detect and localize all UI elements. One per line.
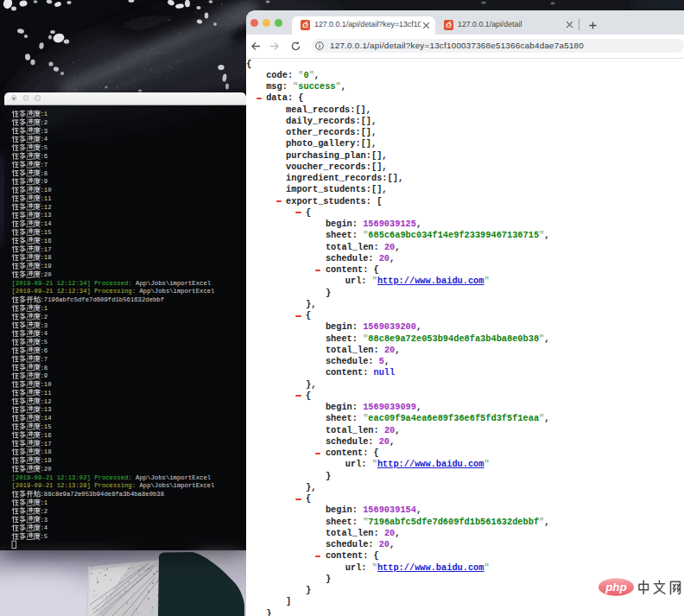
svg-text::5: :5	[41, 339, 48, 346]
svg-text:php: php	[605, 581, 627, 594]
svg-text::4: :4	[41, 137, 48, 143]
svg-text::20: :20	[41, 466, 52, 473]
svg-text::14: :14	[41, 415, 52, 422]
svg-text::15: :15	[41, 229, 52, 236]
svg-text::12: :12	[41, 398, 52, 405]
svg-text::2: :2	[41, 508, 48, 515]
svg-text:[2019-09-21 12:13:02] Processe: [2019-09-21 12:13:02] Processed: App\Job…	[12, 474, 212, 481]
svg-text::1: :1	[41, 111, 48, 117]
svg-text::18: :18	[41, 448, 52, 455]
svg-text::20: :20	[41, 271, 52, 278]
svg-text::17: :17	[41, 441, 52, 448]
svg-text::9: :9	[41, 372, 48, 379]
svg-text::18: :18	[41, 255, 52, 262]
svg-text::5: :5	[41, 533, 48, 540]
svg-text::11: :11	[41, 390, 52, 397]
svg-text::3: :3	[41, 517, 48, 524]
svg-text::8: :8	[41, 365, 48, 372]
svg-text::5: :5	[41, 144, 48, 151]
svg-text::19: :19	[41, 457, 52, 464]
svg-text:[2019-09-21 12:13:28] Processi: [2019-09-21 12:13:28] Processing: App\Jo…	[12, 483, 215, 490]
svg-text::17: :17	[41, 246, 52, 253]
svg-text::14: :14	[41, 220, 52, 227]
svg-text::2: :2	[41, 119, 48, 126]
svg-text::6: :6	[41, 347, 48, 354]
svg-text::16: :16	[41, 432, 52, 439]
svg-text::10: :10	[41, 381, 52, 388]
svg-text::13: :13	[41, 407, 52, 414]
svg-text::4: :4	[41, 525, 48, 532]
svg-text::7: :7	[41, 356, 48, 363]
svg-text::1: :1	[41, 305, 48, 312]
svg-text::3: :3	[41, 128, 48, 135]
svg-text::12: :12	[41, 204, 52, 211]
svg-text::9: :9	[41, 179, 48, 186]
svg-text::7196abfc5dfe7d609fd1b561632de: :7196abfc5dfe7d609fd1b561632debbf	[41, 296, 165, 303]
svg-text::15: :15	[41, 423, 52, 430]
svg-text::19: :19	[41, 263, 52, 270]
svg-text::13: :13	[41, 213, 52, 219]
svg-text::4: :4	[41, 331, 48, 338]
svg-text::1: :1	[41, 499, 48, 506]
svg-text::16: :16	[41, 238, 52, 244]
svg-text::6: :6	[41, 153, 48, 160]
svg-text:[2019-09-21 12:12:34] Processi: [2019-09-21 12:12:34] Processing: App\Jo…	[12, 289, 215, 295]
svg-text::3: :3	[41, 322, 48, 329]
svg-text::10: :10	[41, 187, 52, 194]
svg-text::8: :8	[41, 170, 48, 177]
svg-text::7: :7	[41, 162, 48, 168]
svg-text::2: :2	[41, 314, 48, 321]
svg-text::88c8e9a72e053b94de8fa3b4ba8e0: :88c8e9a72e053b94de8fa3b4ba8e0b38	[41, 491, 165, 498]
svg-text:[2019-09-21 12:12:34] Processe: [2019-09-21 12:12:34] Processed: App\Job…	[12, 280, 212, 287]
svg-text::11: :11	[41, 195, 52, 202]
